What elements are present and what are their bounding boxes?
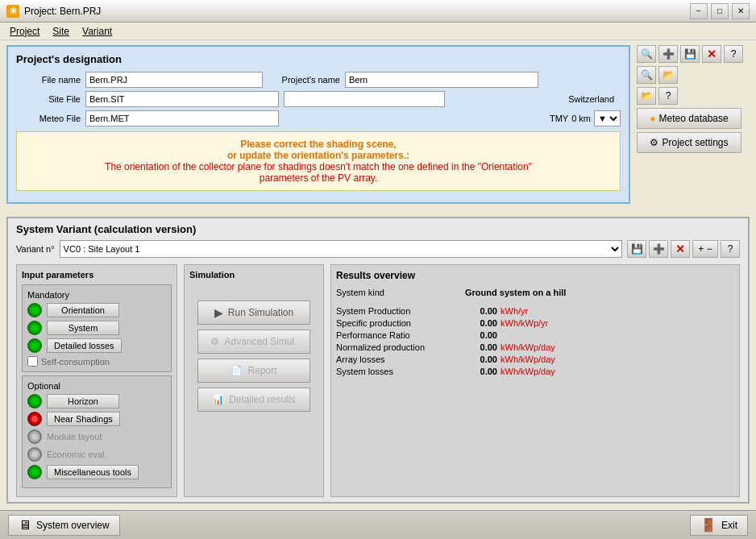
help-button-2[interactable]: ? <box>658 87 678 105</box>
site-file-row: Site File Switzerland <box>16 91 621 107</box>
misc-tools-btn[interactable]: Miscellaneous tools <box>27 465 166 479</box>
run-simulation-button[interactable]: ▶ Run Simulation <box>197 301 310 325</box>
menu-variant[interactable]: Variant <box>76 24 118 39</box>
detailed-results-button[interactable]: 📊 Detailed results <box>197 388 310 412</box>
array-losses-label: Array losses <box>336 354 465 364</box>
file-name-label: File name <box>16 75 81 85</box>
misc-tools-icon <box>27 465 42 479</box>
project-settings-button[interactable]: ⚙ Project settings <box>637 132 741 153</box>
orientation-button[interactable]: Orientation <box>47 303 119 317</box>
site-file-label: Site File <box>16 94 81 104</box>
module-layout-btn: Module layout <box>27 429 166 444</box>
system-kind-row: System kind Ground system on a hill <box>336 288 734 297</box>
input-params-title: Input parameters <box>22 270 172 280</box>
horizon-button[interactable]: Horizon <box>47 394 119 408</box>
report-label: Report <box>247 365 276 376</box>
menu-project[interactable]: Project <box>3 24 46 39</box>
menu-site[interactable]: Site <box>46 24 76 39</box>
misc-tools-button[interactable]: Miscellaneous tools <box>47 465 139 479</box>
variant-plus-minus-button[interactable]: + − <box>692 240 718 258</box>
menu-project-label: Project <box>10 26 39 37</box>
exit-label: Exit <box>721 520 737 531</box>
economic-eval-label: Economic eval. <box>47 450 107 459</box>
add-button[interactable]: ➕ <box>658 45 678 63</box>
array-losses-unit: kWh/kWp/day <box>501 354 555 364</box>
variant-help-button[interactable]: ? <box>721 240 740 258</box>
self-consumption-checkbox[interactable] <box>27 356 38 367</box>
mandatory-title: Mandatory <box>27 290 166 300</box>
window-title: Project: Bern.PRJ <box>24 6 101 17</box>
window-controls: − □ ✕ <box>690 3 750 19</box>
folder-button-2[interactable]: 📂 <box>637 87 656 105</box>
warning-line3: The orientation of the collector plane f… <box>23 161 613 184</box>
system-overview-button[interactable]: 🖥 System overview <box>8 515 120 536</box>
module-layout-icon <box>27 429 42 444</box>
variant-delete-button[interactable]: ✕ <box>671 240 690 258</box>
file-name-input[interactable] <box>85 72 263 88</box>
meteo-database-button[interactable]: ● Meteo database <box>637 108 741 129</box>
specific-production-row: Specific production 0.00 kWh/kWp/yr <box>336 318 734 328</box>
meteo-db-label: Meteo database <box>659 113 729 124</box>
variant-add-button[interactable]: ➕ <box>649 240 668 258</box>
meteo-file-label: Meteo File <box>16 114 81 123</box>
variant-title: System Variant (calculation version) <box>16 223 740 235</box>
variant-save-button[interactable]: 💾 <box>627 240 646 258</box>
detailed-results-label: Detailed results <box>229 394 296 405</box>
horizon-btn[interactable]: Horizon <box>27 394 166 408</box>
menubar: Project Site Variant <box>0 23 756 40</box>
detailed-losses-btn[interactable]: Detailed losses <box>27 338 166 353</box>
meteo-dropdown[interactable]: ▼ <box>594 110 621 126</box>
detailed-losses-button[interactable]: Detailed losses <box>47 338 122 353</box>
run-icon: ▶ <box>214 306 223 319</box>
report-button[interactable]: 📄 Report <box>197 359 310 383</box>
maximize-button[interactable]: □ <box>711 3 729 19</box>
help-button-1[interactable]: ? <box>724 45 743 63</box>
normalized-prod-label: Normalized production <box>336 342 465 352</box>
search-button-1[interactable]: 🔍 <box>637 45 656 63</box>
file-name-row: File name Project's name <box>16 72 621 88</box>
search-button-2[interactable]: 🔍 <box>637 66 656 84</box>
exit-button[interactable]: 🚪 Exit <box>690 515 748 536</box>
site-file-input[interactable] <box>85 91 279 107</box>
variant-select[interactable]: VC0 : Site Layout 1 <box>60 240 622 258</box>
system-production-unit: kWh/yr <box>501 306 528 316</box>
variant-label: Variant n° <box>16 244 55 254</box>
project-name-label: Project's name <box>268 75 340 85</box>
system-btn[interactable]: System <box>27 321 166 335</box>
chart-icon: 📊 <box>212 394 224 405</box>
country-label: Switzerland <box>562 94 621 104</box>
project-settings-label: Project settings <box>662 137 728 148</box>
performance-ratio-label: Performance Ratio <box>336 330 465 340</box>
system-production-value: 0.00 <box>465 306 497 316</box>
app-icon: ☀ <box>6 5 19 18</box>
project-name-input[interactable] <box>345 72 538 88</box>
system-button[interactable]: System <box>47 321 119 335</box>
close-button[interactable]: ✕ <box>732 3 750 19</box>
folder-button[interactable]: 📂 <box>658 66 678 84</box>
titlebar: ☀ Project: Bern.PRJ − □ ✕ <box>0 0 756 23</box>
delete-button-1[interactable]: ✕ <box>702 45 721 63</box>
warning-box: Please correct the shading scene, or upd… <box>16 131 621 191</box>
meteo-file-input[interactable] <box>85 110 279 126</box>
simulation-panel: Simulation ▶ Run Simulation ⚙ Advanced S… <box>184 264 324 497</box>
meteo-km: 0 km <box>571 114 591 123</box>
panels-row: Input parameters Mandatory Orientation S… <box>16 264 740 497</box>
system-losses-value: 0.00 <box>465 367 497 376</box>
save-button[interactable]: 💾 <box>680 45 700 63</box>
near-shadings-button[interactable]: Near Shadings <box>47 412 120 426</box>
performance-ratio-value: 0.00 <box>465 330 497 340</box>
site-file-extra[interactable] <box>284 91 445 107</box>
self-consumption-label: Self-consumption <box>41 357 110 367</box>
report-icon: 📄 <box>231 365 243 376</box>
gear-icon-sim: ⚙ <box>210 336 219 347</box>
mandatory-panel: Mandatory Orientation System Detailed lo… <box>22 284 172 372</box>
advanced-simul-button[interactable]: ⚙ Advanced Simul. <box>197 330 310 354</box>
near-shadings-btn[interactable]: Near Shadings <box>27 412 166 426</box>
designation-box: Project's designation File name Project'… <box>6 45 630 204</box>
orientation-btn[interactable]: Orientation <box>27 303 166 317</box>
run-label: Run Simulation <box>228 307 293 318</box>
near-shadings-icon <box>27 412 42 426</box>
variant-row: Variant n° VC0 : Site Layout 1 💾 ➕ ✕ + −… <box>16 240 740 258</box>
minimize-button[interactable]: − <box>690 3 708 19</box>
specific-production-unit: kWh/kWp/yr <box>501 318 548 328</box>
